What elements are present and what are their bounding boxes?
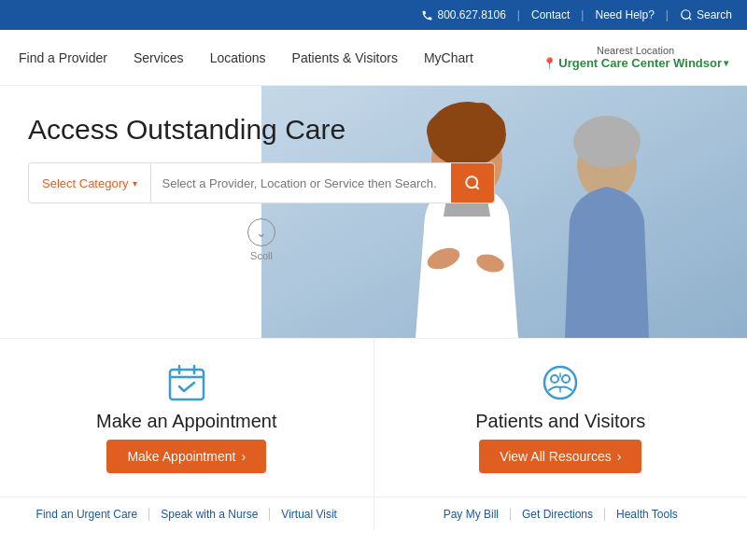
scroll-hint: ⌄ Scoll (28, 218, 495, 261)
search-submit-button[interactable] (451, 163, 494, 203)
get-directions-link[interactable]: Get Directions (511, 508, 605, 521)
speak-nurse-link[interactable]: Speak with a Nurse (149, 508, 270, 521)
top-bar: 800.627.8106 | Contact | Need Help? | Se… (0, 0, 747, 30)
search-button[interactable]: Search (680, 8, 732, 21)
hero-section: Access Outstanding Care Select Category … (0, 86, 747, 338)
phone-number: 800.627.8106 (421, 8, 505, 21)
svg-point-12 (573, 116, 641, 168)
pay-bill-link[interactable]: Pay My Bill (432, 508, 511, 521)
cards-row: Make an Appointment Make Appointment › P… (0, 338, 747, 497)
hero-title: Access Outstanding Care (28, 114, 495, 146)
chevron-down-scroll-icon: ⌄ (256, 225, 267, 240)
bottom-links-row: Find an Urgent Care Speak with a Nurse V… (0, 497, 747, 530)
hero-content: Access Outstanding Care Select Category … (0, 86, 523, 280)
appointment-icon (166, 362, 207, 403)
chevron-down-icon: ▾ (724, 58, 728, 68)
patients-card: Patients and Visitors View All Resources… (374, 339, 748, 497)
location-pin-icon: 📍 (543, 57, 557, 70)
patients-icon (540, 362, 581, 403)
health-tools-link[interactable]: Health Tools (605, 508, 689, 521)
search-submit-icon (464, 175, 481, 191)
search-icon (680, 8, 693, 21)
arrow-right-icon-2: › (617, 449, 622, 464)
need-help-link[interactable]: Need Help? (595, 8, 654, 21)
svg-line-1 (689, 18, 692, 21)
view-all-resources-button[interactable]: View All Resources › (479, 440, 641, 473)
patients-visitors-icon (540, 362, 581, 403)
nav-mychart[interactable]: MyChart (424, 50, 473, 65)
svg-point-19 (544, 367, 576, 399)
scroll-label: Scoll (250, 250, 273, 261)
search-input[interactable] (151, 163, 452, 203)
find-urgent-care-link[interactable]: Find an Urgent Care (25, 508, 150, 521)
bottom-links-left: Find an Urgent Care Speak with a Nurse V… (0, 497, 374, 530)
svg-point-21 (562, 375, 570, 383)
svg-point-20 (551, 375, 558, 383)
appointment-card: Make an Appointment Make Appointment › (0, 339, 374, 497)
svg-rect-15 (170, 370, 204, 399)
location-name-text: Urgent Care Center Windsor (558, 56, 722, 70)
scroll-button[interactable]: ⌄ (247, 218, 275, 246)
location-box[interactable]: Nearest Location 📍 Urgent Care Center Wi… (543, 45, 728, 70)
arrow-right-icon: › (241, 449, 246, 464)
make-appointment-button[interactable]: Make Appointment › (106, 440, 266, 473)
calendar-check-icon (166, 362, 207, 403)
nav-links: Find a Provider Services Locations Patie… (19, 50, 473, 65)
phone-icon (421, 9, 433, 21)
bottom-links-right: Pay My Bill Get Directions Health Tools (374, 497, 748, 530)
nav-patients-visitors[interactable]: Patients & Visitors (292, 50, 398, 65)
patients-card-title: Patients and Visitors (475, 411, 645, 432)
nav-services[interactable]: Services (134, 50, 184, 65)
nav-bar: Find a Provider Services Locations Patie… (0, 30, 747, 86)
svg-point-0 (682, 10, 690, 19)
appointment-card-title: Make an Appointment (96, 411, 276, 432)
svg-point-13 (466, 176, 477, 188)
virtual-visit-link[interactable]: Virtual Visit (270, 508, 348, 521)
nav-find-provider[interactable]: Find a Provider (19, 50, 107, 65)
svg-line-14 (475, 186, 478, 189)
nearest-label: Nearest Location (543, 45, 728, 56)
search-bar: Select Category ▾ (28, 162, 495, 203)
nav-locations[interactable]: Locations (210, 50, 266, 65)
category-chevron-icon: ▾ (133, 178, 137, 189)
select-category-dropdown[interactable]: Select Category ▾ (29, 163, 151, 203)
contact-link[interactable]: Contact (531, 8, 570, 21)
